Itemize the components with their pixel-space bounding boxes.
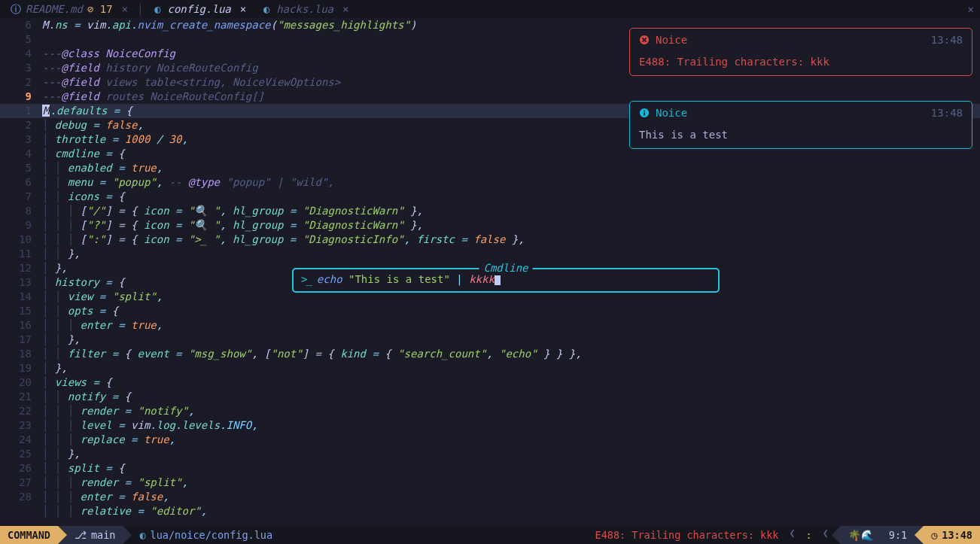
notification-info: Noice 13:48 This is a test xyxy=(629,101,972,149)
separator-icon: ❮ xyxy=(786,526,798,544)
line-number: 4 xyxy=(0,47,42,61)
line-number: 6 xyxy=(0,18,42,32)
code-line[interactable]: 4│ cmdline = { xyxy=(0,147,980,161)
line-number: 1 xyxy=(0,104,42,118)
code-line[interactable]: 25│ │ }, xyxy=(0,447,980,461)
code-content: │ │ │ enter = false, xyxy=(42,490,980,504)
separator-icon xyxy=(915,526,924,544)
tab-hacks-lua[interactable]: ◐hacks.lua× xyxy=(254,2,356,17)
line-number: 13 xyxy=(0,275,42,290)
code-line[interactable]: 23│ │ │ level = vim.log.levels.INFO, xyxy=(0,418,980,433)
tab-config-lua[interactable]: ◐config.lua× xyxy=(145,2,254,17)
separator-icon: ❮ xyxy=(820,526,832,544)
code-content: │ │ │ ["/"] = { icon = "🔍 ", hl_group = … xyxy=(42,204,980,218)
line-number: 3 xyxy=(0,61,42,75)
code-line[interactable]: 2---@field views table<string, NoiceView… xyxy=(0,75,980,90)
line-number: 7 xyxy=(0,190,42,204)
code-content: │ }, xyxy=(42,361,980,375)
notification-title: Noice xyxy=(656,106,687,120)
line-number: 6 xyxy=(0,175,42,190)
line-number: 23 xyxy=(0,418,42,433)
code-content: │ │ │ enter = true, xyxy=(42,318,980,333)
notification-body: This is a test xyxy=(639,128,963,142)
svg-rect-2 xyxy=(644,113,645,116)
lua-icon: ◐ xyxy=(139,528,145,542)
tab-label: hacks.lua xyxy=(276,2,333,17)
code-content: │ views = { xyxy=(42,375,980,390)
line-number: 27 xyxy=(0,476,42,490)
code-line[interactable]: 5│ │ enabled = true, xyxy=(0,161,980,175)
branch-icon: ⎇ xyxy=(75,528,87,542)
close-all-icon[interactable]: ✕ xyxy=(968,2,980,17)
code-line[interactable]: 26│ │ split = { xyxy=(0,461,980,476)
code-content: │ │ opts = { xyxy=(42,304,980,318)
code-content: │ │ │ render = "notify", xyxy=(42,404,980,418)
tab-label: config.lua xyxy=(167,2,230,17)
info-icon: ⓘ xyxy=(11,4,21,14)
tab-README-md[interactable]: ⓘREADME.md⊘ 17× xyxy=(3,2,135,17)
line-number: 8 xyxy=(0,204,42,218)
line-number: 19 xyxy=(0,361,42,375)
code-content: │ │ }, xyxy=(42,333,980,347)
code-line[interactable]: 18│ │ filter = { event = "msg_show", ["n… xyxy=(0,347,980,361)
line-number: 25 xyxy=(0,447,42,461)
code-line[interactable]: 16│ │ │ enter = true, xyxy=(0,318,980,333)
notification-time: 13:48 xyxy=(931,33,963,47)
code-content: │ │ │ render = "split", xyxy=(42,476,980,490)
line-number: 15 xyxy=(0,304,42,318)
code-line[interactable]: 28│ │ │ enter = false, xyxy=(0,490,980,504)
code-line[interactable]: 6│ │ menu = "popup", -- @type "popup" | … xyxy=(0,175,980,190)
line-number: 2 xyxy=(0,118,42,132)
code-line[interactable]: 21│ │ notify = { xyxy=(0,390,980,404)
status-path: ◐ lua/noice/config.lua xyxy=(132,526,280,544)
close-icon[interactable]: × xyxy=(122,2,128,17)
status-mode: COMMAND xyxy=(0,526,58,544)
branch-name: main xyxy=(91,528,116,542)
code-content: │ │ menu = "popup", -- @type "popup" | "… xyxy=(42,175,980,190)
code-content: │ │ enabled = true, xyxy=(42,161,980,175)
code-line[interactable]: 7│ │ icons = { xyxy=(0,190,980,204)
code-line[interactable]: 24│ │ │ replace = true, xyxy=(0,433,980,447)
code-line[interactable]: 27│ │ │ render = "split", xyxy=(0,476,980,490)
line-number: 5 xyxy=(0,161,42,175)
close-icon[interactable]: × xyxy=(240,2,246,17)
code-content: │ │ │ relative = "editor", xyxy=(42,504,980,518)
lua-icon: ◐ xyxy=(152,4,163,14)
file-path: lua/noice/config.lua xyxy=(151,528,273,542)
status-position: 9:1 xyxy=(881,526,915,544)
code-content: │ cmdline = { xyxy=(42,147,980,161)
code-line[interactable]: 19│ }, xyxy=(0,361,980,375)
svg-rect-3 xyxy=(644,111,645,112)
code-line[interactable]: 20│ views = { xyxy=(0,375,980,390)
line-number: 11 xyxy=(0,247,42,261)
code-content: │ │ split = { xyxy=(42,461,980,476)
line-number: 22 xyxy=(0,404,42,418)
status-branch: ⎇ main xyxy=(67,526,123,544)
status-clock: ◷ 13:48 xyxy=(924,526,980,544)
line-number: 3 xyxy=(0,132,42,147)
line-number: 5 xyxy=(0,32,42,47)
clock-time: 13:48 xyxy=(942,528,972,542)
code-content: ---@field views table<string, NoiceViewO… xyxy=(42,75,980,90)
code-line[interactable]: 11│ │ }, xyxy=(0,247,980,261)
cmdline-popup[interactable]: Cmdline >_ echo "This is a test" | kkkk xyxy=(292,268,720,293)
code-content: │ │ notify = { xyxy=(42,390,980,404)
code-line[interactable]: │ │ │ relative = "editor", xyxy=(0,504,980,518)
cmdline-token: "This is a test" xyxy=(348,273,450,285)
notification-title: Noice xyxy=(656,33,687,47)
separator-icon xyxy=(58,526,67,544)
line-number: 4 xyxy=(0,147,42,161)
line-number: 2 xyxy=(0,75,42,90)
code-content: │ │ filter = { event = "msg_show", ["not… xyxy=(42,347,980,361)
tab-label: README.md xyxy=(26,2,83,17)
code-line[interactable]: 22│ │ │ render = "notify", xyxy=(0,404,980,418)
line-number: 16 xyxy=(0,318,42,333)
code-line[interactable]: 17│ │ }, xyxy=(0,333,980,347)
close-icon[interactable]: × xyxy=(342,2,348,17)
code-line[interactable]: 10│ │ │ [":"] = { icon = ">_ ", hl_group… xyxy=(0,232,980,247)
line-number: 20 xyxy=(0,375,42,390)
code-line[interactable]: 8│ │ │ ["/"] = { icon = "🔍 ", hl_group =… xyxy=(0,204,980,218)
code-line[interactable]: 9│ │ │ ["?"] = { icon = "🔍 ", hl_group =… xyxy=(0,218,980,232)
code-line[interactable]: 15│ │ opts = { xyxy=(0,304,980,318)
error-icon xyxy=(639,35,650,45)
